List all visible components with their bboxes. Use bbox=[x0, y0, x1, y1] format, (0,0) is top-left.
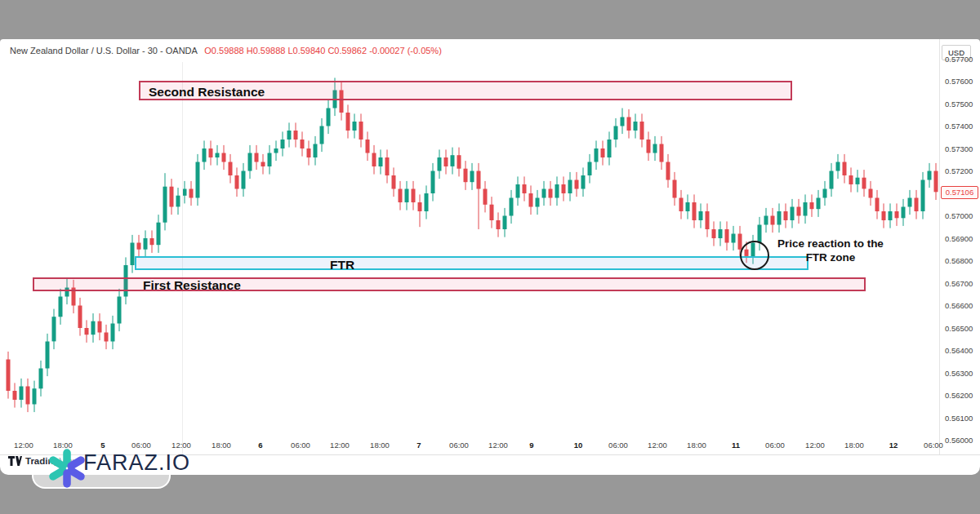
time-axis-label: 06:00 bbox=[291, 441, 310, 450]
time-axis-label: 11 bbox=[732, 441, 740, 450]
price-axis-label: 0.57700 bbox=[945, 55, 973, 64]
time-axis-label: 06:00 bbox=[608, 441, 628, 450]
brand-name: FARAZ.IO bbox=[83, 450, 190, 476]
second-resistance-zone[interactable]: Second Resistance bbox=[139, 81, 792, 100]
time-axis-label: 18:00 bbox=[370, 441, 390, 450]
time-axis-label: 7 bbox=[416, 441, 421, 450]
price-axis-label: 0.56300 bbox=[945, 369, 973, 378]
time-axis-label: 06:00 bbox=[924, 441, 943, 450]
time-axis-label: 06:00 bbox=[131, 441, 151, 450]
time-axis-label: 12:00 bbox=[805, 441, 825, 450]
price-axis-label: 0.56400 bbox=[945, 346, 973, 355]
time-axis-label: 12 bbox=[889, 441, 898, 450]
time-axis-label: 12:00 bbox=[172, 441, 191, 450]
time-axis-label: 06:00 bbox=[765, 441, 785, 450]
reaction-callout: Price reaction to the FTR zone bbox=[776, 237, 885, 264]
reaction-circle bbox=[740, 241, 769, 270]
time-axis-label: 18:00 bbox=[844, 441, 864, 450]
faraz-logo-icon bbox=[47, 447, 87, 491]
time-axis-label: 10 bbox=[574, 441, 583, 450]
reaction-callout-line2: FTR zone bbox=[776, 250, 885, 264]
price-axis-label: 0.57600 bbox=[945, 77, 973, 86]
time-axis-label: 18:00 bbox=[212, 441, 231, 450]
chart-panel: New Zealand Dollar / U.S. Dollar - 30 - … bbox=[0, 39, 980, 475]
price-axis-label: 0.56900 bbox=[945, 234, 973, 243]
time-axis-label: 12:00 bbox=[648, 441, 667, 450]
price-axis-label: 0.56500 bbox=[945, 324, 973, 333]
second-resistance-label: Second Resistance bbox=[149, 82, 265, 102]
tradingview-icon bbox=[8, 456, 22, 466]
price-axis-label: 0.57300 bbox=[945, 144, 973, 153]
price-axis-label: 0.57400 bbox=[945, 122, 973, 131]
time-axis-label: 18:00 bbox=[687, 441, 706, 450]
ftr-label: FTR bbox=[330, 258, 354, 272]
price-axis-label: 0.56800 bbox=[945, 256, 973, 265]
time-axis-label: 6 bbox=[258, 441, 262, 450]
price-axis-label: 0.57500 bbox=[945, 100, 973, 109]
price-axis-label: 0.57000 bbox=[945, 211, 973, 220]
price-axis-label: 0.56200 bbox=[945, 391, 973, 400]
time-axis-label: 12:00 bbox=[14, 441, 33, 450]
ftr-zone[interactable]: FTR bbox=[135, 256, 808, 270]
time-axis-label: 9 bbox=[529, 441, 533, 450]
time-axis-label: 12:00 bbox=[488, 441, 508, 450]
price-axis-label: 0.56600 bbox=[945, 301, 973, 310]
first-resistance-zone[interactable]: First Resistance bbox=[33, 277, 866, 291]
price-axis-label: 0.57200 bbox=[945, 166, 973, 175]
time-axis-label: 12:00 bbox=[330, 441, 350, 450]
price-axis-label: 0.56000 bbox=[945, 436, 973, 445]
reaction-callout-line1: Price reaction to the bbox=[776, 237, 885, 250]
time-axis-label: 06:00 bbox=[449, 441, 469, 450]
last-price-badge: 0.57106 bbox=[941, 186, 978, 199]
time-axis-label: 5 bbox=[100, 441, 105, 450]
price-axis-label: 0.56100 bbox=[945, 414, 973, 423]
price-axis-separator bbox=[939, 39, 940, 454]
first-resistance-label: First Resistance bbox=[143, 279, 241, 293]
price-axis-label: 0.56700 bbox=[945, 279, 973, 288]
